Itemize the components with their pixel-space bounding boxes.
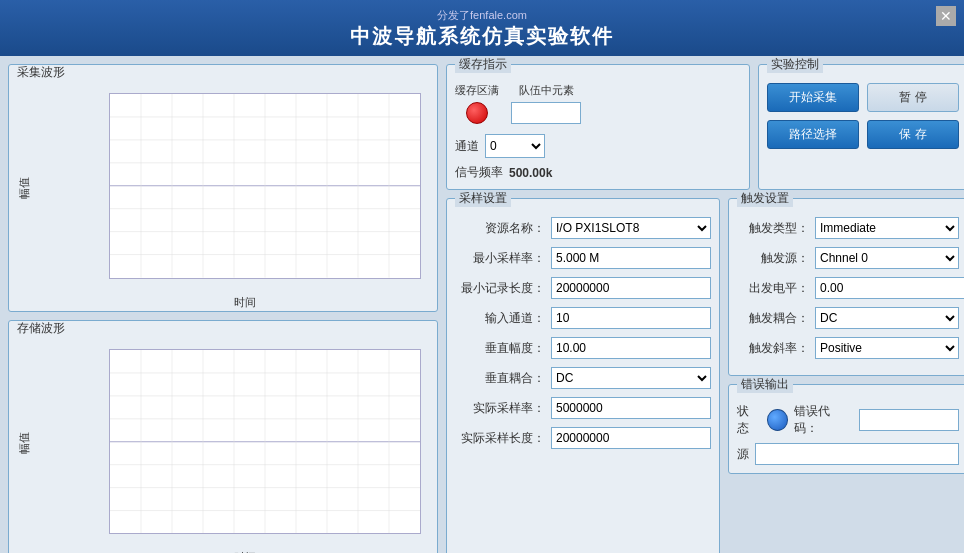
experiment-group-title: 实验控制 — [767, 56, 823, 73]
vertical-coupling-row: 垂直耦合： DC — [455, 367, 711, 389]
main-content: 采集波形 幅值 — [0, 56, 964, 553]
trigger-coupling-select[interactable]: DC — [815, 307, 959, 329]
channel-row: 通道 0 — [455, 134, 741, 158]
error-code-label: 错误代码： — [794, 403, 853, 437]
min-rate-row: 最小采样率： — [455, 247, 711, 269]
channel-label: 通道 — [455, 138, 479, 155]
title-bar: 分发了fenfale.com 中波导航系统仿真实验软件 ✕ — [0, 0, 964, 56]
buffer-indicator — [466, 102, 488, 124]
experiment-group: 实验控制 开始采集 暂 停 路径选择 保 存 — [758, 64, 964, 190]
error-code-input[interactable] — [859, 409, 959, 431]
vertical-amp-input[interactable] — [551, 337, 711, 359]
path-button[interactable]: 路径选择 — [767, 120, 859, 149]
vertical-coupling-label: 垂直耦合： — [455, 370, 545, 387]
resource-row: 资源名称： I/O PXI1SLOT8 — [455, 217, 711, 239]
trigger-source-select[interactable]: Chnnel 0 — [815, 247, 959, 269]
trigger-source-row: 触发源： Chnnel 0 — [737, 247, 959, 269]
buffer-text-input[interactable] — [511, 102, 581, 124]
error-group-title: 错误输出 — [737, 376, 793, 393]
experiment-btn-row-1: 开始采集 暂 停 — [767, 83, 959, 112]
buffer-col-2: 队伍中元素 — [511, 83, 581, 124]
close-button[interactable]: ✕ — [936, 6, 956, 26]
resource-select[interactable]: I/O PXI1SLOT8 — [551, 217, 711, 239]
top-right-row: 缓存指示 缓存区满 队伍中元素 通道 0 — [446, 64, 964, 190]
min-rate-input[interactable] — [551, 247, 711, 269]
trigger-coupling-label: 触发耦合： — [737, 310, 809, 327]
trigger-level-input[interactable] — [815, 277, 964, 299]
trigger-group-title: 触发设置 — [737, 190, 793, 207]
actual-length-row: 实际采样长度： — [455, 427, 711, 449]
vertical-amp-row: 垂直幅度： — [455, 337, 711, 359]
error-source-input[interactable] — [755, 443, 959, 465]
top-chart-panel: 采集波形 幅值 — [8, 64, 438, 312]
trigger-slope-select[interactable]: Positive — [815, 337, 959, 359]
error-status-label: 状态 — [737, 403, 761, 437]
right-panel: 缓存指示 缓存区满 队伍中元素 通道 0 — [446, 64, 964, 553]
error-status-row: 状态 错误代码： — [737, 403, 959, 437]
buffer-row: 缓存区满 队伍中元素 — [455, 83, 741, 124]
freq-row: 信号频率 500.00k — [455, 164, 741, 181]
sampling-group: 采样设置 资源名称： I/O PXI1SLOT8 最小采样率： 最小记录长度： — [446, 198, 720, 553]
input-channel-row: 输入通道： — [455, 307, 711, 329]
top-chart-area: 0.4 0.3 0.2 0.1 -0.0 -0.1 -0.2 -0.3 -0.4… — [109, 93, 421, 279]
channel-select[interactable]: 0 — [485, 134, 545, 158]
trigger-slope-row: 触发斜率： Positive — [737, 337, 959, 359]
watermark: 分发了fenfale.com — [0, 8, 964, 23]
min-length-row: 最小记录长度： — [455, 277, 711, 299]
middle-section: 采样设置 资源名称： I/O PXI1SLOT8 最小采样率： 最小记录长度： — [446, 198, 964, 553]
vertical-amp-label: 垂直幅度： — [455, 340, 545, 357]
bottom-chart-area: 0.4 0.3 0.2 0.1 -0.0 -0.1 -0.2 -0.3 -0.4… — [109, 349, 421, 535]
trigger-type-label: 触发类型： — [737, 220, 809, 237]
resource-label: 资源名称： — [455, 220, 545, 237]
buffer-col2-label: 队伍中元素 — [519, 83, 574, 98]
left-panel: 采集波形 幅值 — [8, 64, 438, 553]
error-status-indicator — [767, 409, 789, 431]
actual-length-input[interactable] — [551, 427, 711, 449]
pause-button[interactable]: 暂 停 — [867, 83, 959, 112]
input-channel-label: 输入通道： — [455, 310, 545, 327]
min-length-input[interactable] — [551, 277, 711, 299]
trigger-type-select[interactable]: Immediate — [815, 217, 959, 239]
buffer-col-1: 缓存区满 — [455, 83, 499, 124]
trigger-level-row: 出发电平： — [737, 277, 959, 299]
actual-rate-input[interactable] — [551, 397, 711, 419]
trigger-type-row: 触发类型： Immediate — [737, 217, 959, 239]
app-title: 中波导航系统仿真实验软件 — [350, 25, 614, 47]
top-chart-ylabel: 幅值 — [17, 177, 32, 199]
actual-rate-label: 实际采样率： — [455, 400, 545, 417]
buffer-group: 缓存指示 缓存区满 队伍中元素 通道 0 — [446, 64, 750, 190]
sampling-group-title: 采样设置 — [455, 190, 511, 207]
actual-length-label: 实际采样长度： — [455, 430, 545, 447]
min-rate-label: 最小采样率： — [455, 250, 545, 267]
min-length-label: 最小记录长度： — [455, 280, 545, 297]
save-button[interactable]: 保 存 — [867, 120, 959, 149]
bottom-chart-panel: 存储波形 幅值 — [8, 320, 438, 554]
actual-rate-row: 实际采样率： — [455, 397, 711, 419]
trigger-group: 触发设置 触发类型： Immediate 触发源： Chnnel 0 — [728, 198, 964, 376]
error-source-label: 源 — [737, 446, 749, 463]
buffer-col1-label: 缓存区满 — [455, 83, 499, 98]
freq-label: 信号频率 — [455, 164, 503, 181]
experiment-btn-row-2: 路径选择 保 存 — [767, 120, 959, 149]
freq-value: 500.00k — [509, 166, 552, 180]
input-channel-input[interactable] — [551, 307, 711, 329]
trigger-slope-label: 触发斜率： — [737, 340, 809, 357]
trigger-source-label: 触发源： — [737, 250, 809, 267]
trigger-coupling-row: 触发耦合： DC — [737, 307, 959, 329]
bottom-chart-ylabel: 幅值 — [17, 432, 32, 454]
buffer-group-title: 缓存指示 — [455, 56, 511, 73]
error-group: 错误输出 状态 错误代码： 源 — [728, 384, 964, 474]
trigger-level-label: 出发电平： — [737, 280, 809, 297]
top-chart-xlabel: 时间 — [61, 295, 429, 310]
start-button[interactable]: 开始采集 — [767, 83, 859, 112]
error-source-row: 源 — [737, 443, 959, 465]
vertical-coupling-select[interactable]: DC — [551, 367, 711, 389]
